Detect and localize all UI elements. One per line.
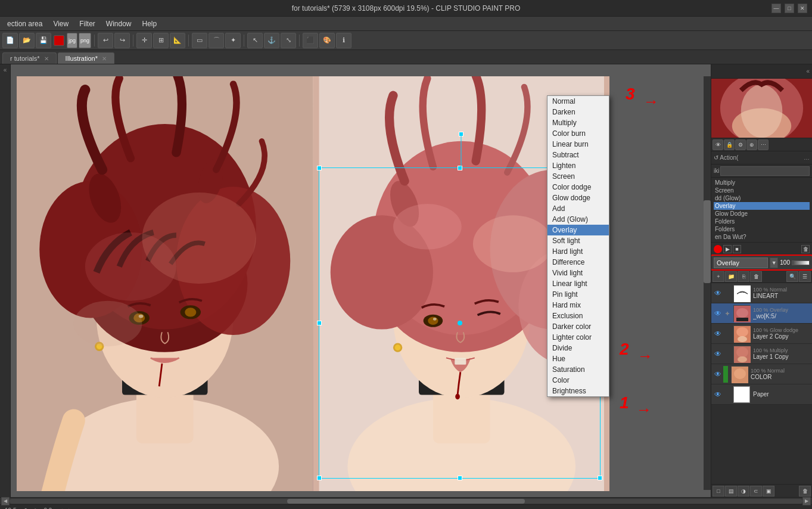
blend-item-multiply[interactable]: Multiply <box>547 117 609 128</box>
record-button[interactable] <box>714 245 722 253</box>
tab-tutorials-close[interactable]: ✕ <box>44 55 49 62</box>
menu-selection-area[interactable]: ection area <box>2 18 47 29</box>
blend-item-glow-dodge[interactable]: Glow dodge <box>547 193 609 203</box>
panel-settings-button[interactable]: ⚙ <box>735 139 746 150</box>
select-rect-button[interactable]: ▭ <box>192 33 207 48</box>
layer-chain-overlay[interactable] <box>723 310 732 317</box>
layer-tb-bottom-clipping[interactable]: ⊂ <box>750 486 762 496</box>
blend-item-hard-mix[interactable]: Hard mix <box>547 300 609 311</box>
layer-row-glow-dodge[interactable]: 👁 100 % Glow dodge Layer 2 Copy <box>711 324 812 344</box>
v-scrollbar[interactable] <box>704 76 711 490</box>
blend-item-linear-burn[interactable]: Linear burn <box>547 139 609 150</box>
quick-item-folders-1[interactable]: Folders <box>714 218 810 225</box>
redo-button[interactable]: ↪ <box>114 33 130 48</box>
tab-tutorials[interactable]: r tutorials* ✕ <box>2 52 57 64</box>
select-lasso-button[interactable]: ⌒ <box>209 33 224 48</box>
new-file-button[interactable]: 📄 <box>2 33 18 48</box>
delete-action-button[interactable]: 🗑 <box>801 245 810 253</box>
quick-item-add-glow[interactable]: dd (Glow) <box>714 194 810 202</box>
tab-illustration-close[interactable]: ✕ <box>102 55 107 62</box>
blend-item-color-burn[interactable]: Color burn <box>547 128 609 139</box>
move-button[interactable]: ↖ <box>247 33 263 48</box>
blend-mode-select[interactable]: Overlay <box>714 257 768 268</box>
artwork-canvas[interactable] <box>17 76 609 491</box>
layer-row-overlay[interactable]: 👁 100 % Overlay _wo[K:5/ <box>711 303 812 324</box>
iki-dropdown[interactable] <box>720 166 810 176</box>
left-panel-collapse[interactable]: « <box>4 67 7 73</box>
panel-eye-button[interactable]: 👁 <box>713 139 723 150</box>
layer-row-color[interactable]: 👁 100 % Normal COLOR <box>711 364 812 384</box>
blend-mode-popup[interactable]: NormalDarkenMultiplyColor burnLinear bur… <box>547 95 609 397</box>
anchor-button[interactable]: ⚓ <box>264 33 279 48</box>
quick-item-overlay[interactable]: Overlay <box>714 202 810 210</box>
opacity-slider[interactable] <box>792 260 810 265</box>
menu-filter[interactable]: Filter <box>74 18 100 29</box>
layer-eye-overlay[interactable]: 👁 <box>713 308 723 319</box>
layer-row-multiply[interactable]: 👁 100 % Multiply Layer 1 Copy <box>711 344 812 364</box>
layer-tb-folder[interactable]: 📁 <box>725 271 737 282</box>
quick-item-screen[interactable]: Screen <box>714 187 810 194</box>
blend-item-hue[interactable]: Hue <box>547 353 609 364</box>
canvas-settings-button[interactable]: ⬛ <box>303 33 318 48</box>
v-scroll-thumb[interactable] <box>704 200 711 283</box>
layer-tb-delete[interactable]: 🗑 <box>750 271 762 282</box>
menu-view[interactable]: View <box>48 18 73 29</box>
quick-item-en-da-wut[interactable]: en Da Wut? <box>714 233 810 241</box>
layer-tb-bottom-folder[interactable]: ▤ <box>725 486 737 496</box>
layer-row-paper[interactable]: 👁 Paper <box>711 384 812 405</box>
scroll-track[interactable] <box>10 499 802 504</box>
blend-item-lighten[interactable]: Lighten <box>547 160 609 171</box>
panel-arrow-left[interactable]: « <box>806 68 810 75</box>
color-wheel-button[interactable]: 🎨 <box>319 33 335 48</box>
play-button[interactable]: ▶ <box>723 245 732 253</box>
blend-item-add[interactable]: Add <box>547 203 609 214</box>
open-button[interactable]: 📂 <box>19 33 35 48</box>
blend-item-darken[interactable]: Darken <box>547 107 609 117</box>
layer-tb-bottom-mask[interactable]: ◑ <box>738 486 749 496</box>
blend-item-brightness[interactable]: Brightness <box>547 386 609 396</box>
blend-item-exclusion[interactable]: Exclusion <box>547 311 609 321</box>
blend-item-difference[interactable]: Difference <box>547 257 609 268</box>
layer-eye-multiply[interactable]: 👁 <box>713 349 723 359</box>
menu-help[interactable]: Help <box>138 18 162 29</box>
layer-eye-glow-dodge[interactable]: 👁 <box>713 328 723 339</box>
layer-tb-bottom-new[interactable]: □ <box>713 486 724 496</box>
layer-row-lineart[interactable]: 👁 100 % Normal LINEART <box>711 283 812 303</box>
blend-item-screen[interactable]: Screen <box>547 171 609 182</box>
layer-eye-color[interactable]: 👁 <box>713 369 723 380</box>
blend-item-lighter-color[interactable]: Lighter color <box>547 332 609 343</box>
quick-item-multiply[interactable]: Multiply <box>714 179 810 187</box>
stop-button[interactable]: ■ <box>733 245 741 253</box>
panel-transform-button[interactable]: ⊕ <box>746 139 757 150</box>
minimize-button[interactable]: — <box>771 4 781 13</box>
tab-illustration[interactable]: Illustration* ✕ <box>58 52 114 64</box>
undo-button[interactable]: ↩ <box>98 33 113 48</box>
layer-tb-copy[interactable]: ⎘ <box>738 271 749 282</box>
panel-more-button[interactable]: ⋯ <box>758 139 769 150</box>
layer-tb-new[interactable]: + <box>713 271 724 282</box>
scroll-left-arrow[interactable]: ◀ <box>1 497 10 505</box>
ruler-button[interactable]: 📐 <box>170 33 185 48</box>
maximize-button[interactable]: □ <box>785 4 794 13</box>
blend-item-linear-light[interactable]: Linear light <box>547 278 609 289</box>
titlebar-controls[interactable]: — □ ✕ <box>771 4 807 13</box>
blend-item-soft-light[interactable]: Soft light <box>547 235 609 246</box>
layer-eye-paper[interactable]: 👁 <box>713 389 723 400</box>
h-scrollbar[interactable]: ◀ ▶ <box>0 497 812 504</box>
png-button[interactable]: png <box>79 33 91 48</box>
layer-tb-bottom-delete[interactable]: 🗑 <box>799 486 811 496</box>
color-button[interactable] <box>54 35 64 46</box>
blend-dropdown-arrow[interactable]: ▼ <box>770 257 778 268</box>
blend-item-vivid-light[interactable]: Vivid light <box>547 268 609 278</box>
layer-tb-bottom-fill[interactable]: ▣ <box>763 486 774 496</box>
blend-item-pin-light[interactable]: Pin light <box>547 289 609 300</box>
quick-item-glow-dodge[interactable]: Glow Dodge <box>714 210 810 218</box>
info-button[interactable]: ℹ <box>336 33 351 48</box>
close-button[interactable]: ✕ <box>798 4 807 13</box>
blend-item-color[interactable]: Color <box>547 375 609 386</box>
select-magic-button[interactable]: ✦ <box>225 33 241 48</box>
blend-item-overlay[interactable]: Overlay <box>547 225 609 235</box>
blend-item-divide[interactable]: Divide <box>547 343 609 353</box>
save-button[interactable]: 💾 <box>36 33 51 48</box>
blend-item-normal[interactable]: Normal <box>547 96 609 107</box>
